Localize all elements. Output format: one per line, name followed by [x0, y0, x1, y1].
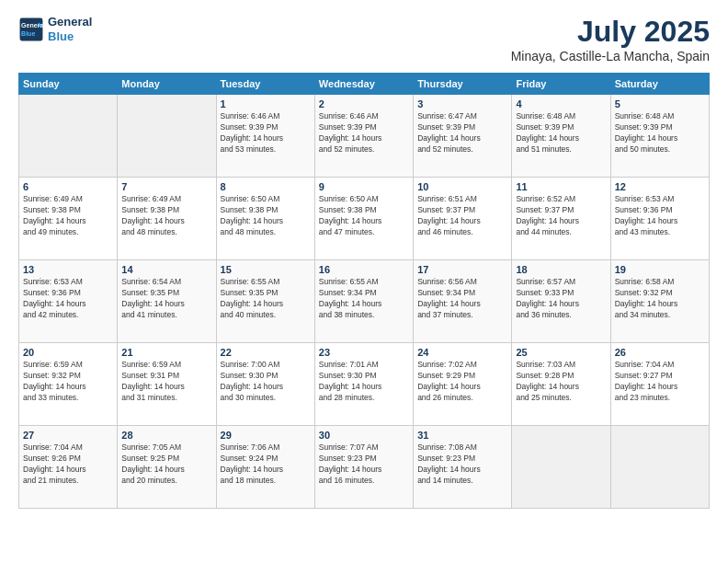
day-cell: 25Sunrise: 7:03 AM Sunset: 9:28 PM Dayli… [512, 343, 610, 426]
day-info: Sunrise: 6:59 AM Sunset: 9:31 PM Dayligh… [121, 360, 211, 404]
day-number: 29 [221, 430, 311, 441]
header-saturday: Saturday [610, 74, 709, 95]
day-cell: 31Sunrise: 7:08 AM Sunset: 9:23 PM Dayli… [414, 426, 512, 509]
day-info: Sunrise: 6:49 AM Sunset: 9:38 PM Dayligh… [23, 194, 113, 238]
calendar-table: SundayMondayTuesdayWednesdayThursdayFrid… [18, 73, 710, 509]
day-cell: 24Sunrise: 7:02 AM Sunset: 9:29 PM Dayli… [414, 343, 512, 426]
logo-icon: General Blue [18, 17, 44, 42]
day-cell: 22Sunrise: 7:00 AM Sunset: 9:30 PM Dayli… [216, 343, 314, 426]
day-number: 16 [319, 264, 409, 275]
day-number: 30 [319, 430, 409, 441]
day-info: Sunrise: 7:03 AM Sunset: 9:28 PM Dayligh… [516, 360, 606, 404]
day-number: 17 [417, 264, 507, 275]
day-number: 9 [319, 181, 409, 192]
day-number: 23 [319, 347, 409, 358]
day-number: 27 [23, 430, 113, 441]
day-info: Sunrise: 7:04 AM Sunset: 9:27 PM Dayligh… [615, 360, 705, 404]
day-info: Sunrise: 6:50 AM Sunset: 9:38 PM Dayligh… [221, 194, 311, 238]
day-number: 19 [615, 264, 705, 275]
day-cell: 27Sunrise: 7:04 AM Sunset: 9:26 PM Dayli… [19, 426, 118, 509]
title-area: July 2025 Minaya, Castille-La Mancha, Sp… [511, 15, 710, 63]
day-info: Sunrise: 7:06 AM Sunset: 9:24 PM Dayligh… [221, 442, 311, 487]
day-number: 28 [121, 430, 211, 441]
day-info: Sunrise: 6:58 AM Sunset: 9:32 PM Dayligh… [615, 277, 705, 321]
day-info: Sunrise: 6:48 AM Sunset: 9:39 PM Dayligh… [615, 111, 705, 155]
day-number: 15 [221, 264, 311, 275]
day-number: 24 [417, 347, 507, 358]
svg-rect-0 [20, 17, 43, 40]
day-number: 1 [221, 98, 311, 109]
day-cell: 3Sunrise: 6:47 AM Sunset: 9:39 PM Daylig… [414, 95, 512, 178]
day-number: 14 [121, 264, 211, 275]
day-cell [610, 426, 709, 509]
day-info: Sunrise: 6:52 AM Sunset: 9:37 PM Dayligh… [516, 194, 606, 238]
day-cell: 26Sunrise: 7:04 AM Sunset: 9:27 PM Dayli… [610, 343, 709, 426]
day-info: Sunrise: 7:05 AM Sunset: 9:25 PM Dayligh… [121, 442, 211, 487]
header-sunday: Sunday [19, 74, 118, 95]
header-thursday: Thursday [414, 74, 512, 95]
logo: General Blue General Blue [18, 15, 92, 43]
day-info: Sunrise: 7:07 AM Sunset: 9:23 PM Dayligh… [319, 442, 409, 487]
day-number: 26 [615, 347, 705, 358]
week-row-3: 13Sunrise: 6:53 AM Sunset: 9:36 PM Dayli… [19, 260, 710, 343]
day-cell: 29Sunrise: 7:06 AM Sunset: 9:24 PM Dayli… [216, 426, 314, 509]
day-info: Sunrise: 6:53 AM Sunset: 9:36 PM Dayligh… [23, 277, 113, 321]
day-info: Sunrise: 6:54 AM Sunset: 9:35 PM Dayligh… [121, 277, 211, 321]
day-cell: 13Sunrise: 6:53 AM Sunset: 9:36 PM Dayli… [19, 260, 118, 343]
day-cell: 12Sunrise: 6:53 AM Sunset: 9:36 PM Dayli… [610, 178, 709, 260]
day-number: 4 [516, 98, 606, 109]
day-number: 31 [417, 430, 507, 441]
day-cell [118, 95, 216, 178]
day-cell: 18Sunrise: 6:57 AM Sunset: 9:33 PM Dayli… [512, 260, 610, 343]
day-info: Sunrise: 7:01 AM Sunset: 9:30 PM Dayligh… [319, 360, 409, 404]
day-cell: 9Sunrise: 6:50 AM Sunset: 9:38 PM Daylig… [314, 178, 413, 260]
day-cell: 8Sunrise: 6:50 AM Sunset: 9:38 PM Daylig… [216, 178, 314, 260]
day-cell: 10Sunrise: 6:51 AM Sunset: 9:37 PM Dayli… [414, 178, 512, 260]
week-row-4: 20Sunrise: 6:59 AM Sunset: 9:32 PM Dayli… [19, 343, 710, 426]
header-tuesday: Tuesday [216, 74, 314, 95]
day-number: 6 [23, 181, 113, 192]
day-info: Sunrise: 6:51 AM Sunset: 9:37 PM Dayligh… [417, 194, 507, 238]
day-info: Sunrise: 7:00 AM Sunset: 9:30 PM Dayligh… [221, 360, 311, 404]
day-info: Sunrise: 6:55 AM Sunset: 9:35 PM Dayligh… [221, 277, 311, 321]
day-cell: 23Sunrise: 7:01 AM Sunset: 9:30 PM Dayli… [314, 343, 413, 426]
day-info: Sunrise: 6:47 AM Sunset: 9:39 PM Dayligh… [417, 111, 507, 155]
day-cell: 1Sunrise: 6:46 AM Sunset: 9:39 PM Daylig… [216, 95, 314, 178]
week-row-2: 6Sunrise: 6:49 AM Sunset: 9:38 PM Daylig… [19, 178, 710, 260]
day-cell: 6Sunrise: 6:49 AM Sunset: 9:38 PM Daylig… [19, 178, 118, 260]
day-cell: 15Sunrise: 6:55 AM Sunset: 9:35 PM Dayli… [216, 260, 314, 343]
week-row-1: 1Sunrise: 6:46 AM Sunset: 9:39 PM Daylig… [19, 95, 710, 178]
header-friday: Friday [512, 74, 610, 95]
svg-text:Blue: Blue [21, 30, 35, 37]
day-cell: 21Sunrise: 6:59 AM Sunset: 9:31 PM Dayli… [118, 343, 216, 426]
day-info: Sunrise: 7:04 AM Sunset: 9:26 PM Dayligh… [23, 442, 113, 487]
day-info: Sunrise: 6:46 AM Sunset: 9:39 PM Dayligh… [319, 111, 409, 155]
day-number: 3 [417, 98, 507, 109]
day-cell [19, 95, 118, 178]
day-cell: 28Sunrise: 7:05 AM Sunset: 9:25 PM Dayli… [118, 426, 216, 509]
day-number: 10 [417, 181, 507, 192]
day-number: 13 [23, 264, 113, 275]
day-cell: 16Sunrise: 6:55 AM Sunset: 9:34 PM Dayli… [314, 260, 413, 343]
day-number: 11 [516, 181, 606, 192]
day-cell: 30Sunrise: 7:07 AM Sunset: 9:23 PM Dayli… [314, 426, 413, 509]
main-title: July 2025 [511, 15, 710, 49]
day-number: 5 [615, 98, 705, 109]
day-number: 21 [121, 347, 211, 358]
day-info: Sunrise: 6:56 AM Sunset: 9:34 PM Dayligh… [417, 277, 507, 321]
day-number: 25 [516, 347, 606, 358]
subtitle: Minaya, Castille-La Mancha, Spain [511, 49, 710, 63]
day-number: 22 [221, 347, 311, 358]
day-info: Sunrise: 6:57 AM Sunset: 9:33 PM Dayligh… [516, 277, 606, 321]
day-cell: 19Sunrise: 6:58 AM Sunset: 9:32 PM Dayli… [610, 260, 709, 343]
day-cell: 14Sunrise: 6:54 AM Sunset: 9:35 PM Dayli… [118, 260, 216, 343]
day-number: 20 [23, 347, 113, 358]
logo-text-general: General [48, 15, 92, 29]
page-header: General Blue General Blue July 2025 Mina… [18, 15, 710, 63]
day-number: 7 [121, 181, 211, 192]
day-number: 12 [615, 181, 705, 192]
day-number: 8 [221, 181, 311, 192]
day-cell: 20Sunrise: 6:59 AM Sunset: 9:32 PM Dayli… [19, 343, 118, 426]
day-info: Sunrise: 7:02 AM Sunset: 9:29 PM Dayligh… [417, 360, 507, 404]
day-info: Sunrise: 6:55 AM Sunset: 9:34 PM Dayligh… [319, 277, 409, 321]
